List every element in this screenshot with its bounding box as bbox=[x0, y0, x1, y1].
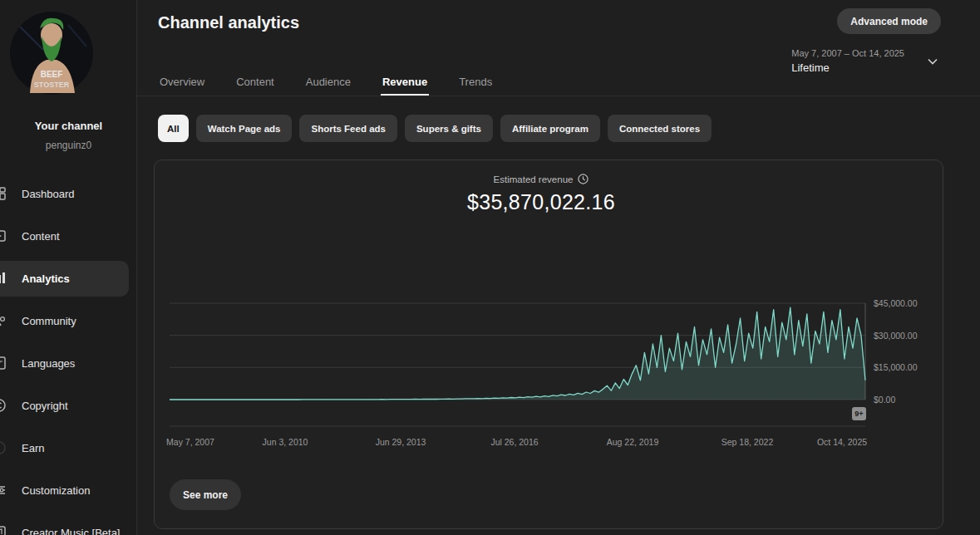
tab-content[interactable]: Content bbox=[234, 66, 276, 96]
sidebar-nav: Dashboard Content Analytics Community La… bbox=[0, 173, 137, 535]
x-axis-label: Jun 3, 2010 bbox=[263, 437, 308, 447]
community-icon bbox=[0, 313, 7, 328]
tab-trends[interactable]: Trends bbox=[457, 66, 494, 96]
see-more-button[interactable]: See more bbox=[170, 479, 241, 510]
x-axis-label: Jul 26, 2016 bbox=[490, 437, 538, 447]
date-range-selector[interactable]: May 7, 2007 – Oct 14, 2025 Lifetime bbox=[791, 48, 939, 74]
sidebar-item-label: Copyright bbox=[22, 400, 68, 412]
chip-affiliate-program[interactable]: Affiliate program bbox=[500, 115, 600, 142]
analytics-icon bbox=[0, 271, 7, 286]
metric-value: $35,870,022.16 bbox=[155, 190, 928, 214]
channel-avatar[interactable]: BEEF STOSTER bbox=[10, 10, 93, 101]
metric-label: Estimated revenue bbox=[494, 174, 574, 184]
x-axis-label: Aug 22, 2019 bbox=[607, 437, 658, 447]
date-range-dates: May 7, 2007 – Oct 14, 2025 bbox=[791, 48, 904, 58]
x-axis-label: Sep 18, 2022 bbox=[721, 437, 773, 447]
svg-text:STOSTER: STOSTER bbox=[34, 81, 70, 89]
copyright-icon bbox=[0, 398, 7, 413]
sidebar-item-dashboard[interactable]: Dashboard bbox=[0, 173, 137, 215]
customization-icon bbox=[0, 483, 7, 498]
chip-watch-page-ads[interactable]: Watch Page ads bbox=[196, 115, 293, 142]
creator-music-icon bbox=[0, 525, 7, 535]
y-axis-label: $30,000.00 bbox=[874, 331, 918, 341]
chip-connected-stores[interactable]: Connected stores bbox=[608, 115, 712, 142]
sidebar-item-languages[interactable]: Languages bbox=[0, 342, 137, 385]
sidebar-item-label: Languages bbox=[22, 357, 75, 370]
tab-audience[interactable]: Audience bbox=[304, 66, 352, 96]
svg-text:BEEF: BEEF bbox=[41, 70, 63, 79]
sidebar-item-label: Creator Music [Beta] bbox=[22, 527, 121, 535]
chip-all[interactable]: All bbox=[158, 115, 189, 142]
sidebar: BEEF STOSTER Your channel penguinz0 Dash… bbox=[0, 0, 137, 535]
sidebar-item-label: Analytics bbox=[22, 272, 70, 285]
revenue-filter-chips: All Watch Page ads Shorts Feed ads Super… bbox=[158, 115, 712, 142]
x-axis-label: Jun 29, 2013 bbox=[376, 437, 426, 447]
page-title: Channel analytics bbox=[158, 13, 299, 32]
tab-overview[interactable]: Overview bbox=[158, 66, 206, 96]
metric-header[interactable]: Estimated revenue bbox=[155, 174, 928, 184]
tabs-divider bbox=[137, 96, 980, 96]
estimated-revenue-card: Estimated revenue $35,870,022.16 $45,000… bbox=[154, 160, 943, 529]
sidebar-item-community[interactable]: Community bbox=[0, 300, 137, 342]
y-axis-label: $45,000.00 bbox=[874, 298, 918, 308]
y-axis-label: $0.00 bbox=[874, 395, 895, 405]
sidebar-item-label: Dashboard bbox=[22, 188, 75, 200]
x-axis-label: Oct 14, 2025 bbox=[817, 437, 867, 447]
sidebar-item-label: Content bbox=[22, 230, 60, 243]
chip-supers-gifts[interactable]: Supers & gifts bbox=[405, 115, 493, 142]
channel-handle: penguinz0 bbox=[0, 140, 137, 151]
sidebar-item-label: Customization bbox=[22, 484, 90, 497]
sidebar-item-earn[interactable]: Earn bbox=[0, 427, 137, 469]
overflow-count-badge[interactable]: 9+ bbox=[852, 407, 866, 420]
earn-icon bbox=[0, 440, 7, 455]
sidebar-item-creator-music[interactable]: Creator Music [Beta] bbox=[0, 512, 137, 535]
dashboard-icon bbox=[0, 186, 7, 201]
chip-shorts-feed-ads[interactable]: Shorts Feed ads bbox=[299, 115, 396, 142]
x-axis-label: May 7, 2007 bbox=[166, 437, 214, 447]
content-icon bbox=[0, 228, 7, 243]
sidebar-item-customization[interactable]: Customization bbox=[0, 469, 137, 512]
languages-icon bbox=[0, 356, 7, 371]
sidebar-item-analytics[interactable]: Analytics bbox=[0, 258, 137, 300]
revenue-chart[interactable] bbox=[155, 160, 944, 530]
your-channel-label: Your channel bbox=[0, 120, 137, 132]
advanced-mode-button[interactable]: Advanced mode bbox=[837, 8, 941, 34]
sidebar-item-label: Community bbox=[22, 315, 76, 327]
analytics-tabs: Overview Content Audience Revenue Trends bbox=[158, 66, 494, 96]
avatar-image: BEEF STOSTER bbox=[10, 10, 93, 101]
tab-revenue[interactable]: Revenue bbox=[381, 66, 429, 96]
chevron-down-icon bbox=[926, 55, 939, 68]
sidebar-item-copyright[interactable]: Copyright bbox=[0, 385, 137, 427]
sidebar-item-content[interactable]: Content bbox=[0, 215, 137, 258]
date-range-text: May 7, 2007 – Oct 14, 2025 Lifetime bbox=[791, 48, 904, 74]
clock-icon bbox=[578, 174, 588, 184]
sidebar-item-label: Earn bbox=[22, 442, 44, 454]
date-range-period: Lifetime bbox=[791, 61, 904, 74]
y-axis-label: $15,000.00 bbox=[874, 362, 918, 372]
youtube-studio-analytics-page: BEEF STOSTER Your channel penguinz0 Dash… bbox=[0, 0, 980, 535]
